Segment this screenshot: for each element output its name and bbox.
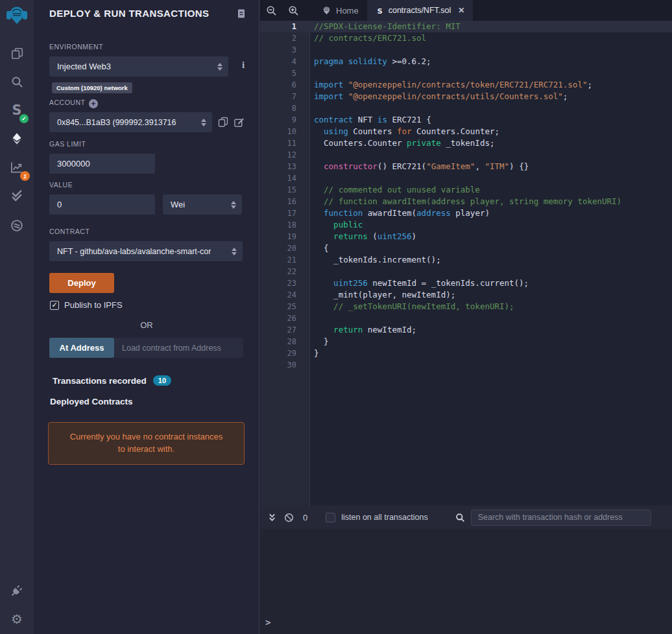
analytics-icon[interactable]: 1 <box>0 156 34 179</box>
code-line[interactable]: 14 <box>260 172 672 184</box>
remix-logo-icon[interactable] <box>5 4 29 29</box>
solidity-compiler-icon[interactable]: S ✓ <box>0 99 34 122</box>
code-text: returns (uint256) <box>310 231 416 242</box>
code-line[interactable]: 9contract NFT is ERC721 { <box>260 114 672 126</box>
plugin-manager-icon[interactable] <box>0 579 34 602</box>
code-text <box>310 102 314 114</box>
terminal-search-input[interactable]: Search with transaction hash or address <box>471 510 651 526</box>
panel-title: DEPLOY & RUN TRANSACTIONS <box>49 8 209 19</box>
settings-icon[interactable]: ⚙ <box>0 607 34 631</box>
at-address-placeholder: Load contract from Address <box>122 344 221 353</box>
code-line[interactable]: 26 <box>260 312 672 324</box>
code-text: // _setTokenURI(newItemId, tokenURI); <box>310 301 514 312</box>
account-label: ACCOUNT <box>49 99 85 106</box>
environment-info-icon[interactable]: i <box>239 60 248 71</box>
terminal-search-placeholder: Search with transaction hash or address <box>478 513 623 522</box>
code-text <box>310 359 314 371</box>
listen-transactions-checkbox[interactable] <box>326 513 335 522</box>
account-select[interactable]: 0x845...B1aB3 (999992.3913716 <box>49 112 212 132</box>
code-line[interactable]: 22 <box>260 266 672 277</box>
code-line[interactable]: 29} <box>260 347 672 359</box>
unit-testing-icon[interactable] <box>0 184 34 207</box>
code-line[interactable]: 28 } <box>260 336 672 347</box>
line-number: 21 <box>260 254 310 266</box>
line-number: 27 <box>260 324 310 336</box>
value-label: VALUE <box>49 181 73 189</box>
code-line[interactable]: 16 // function awardItem(address player,… <box>260 196 672 207</box>
terminal-prompt[interactable]: > <box>265 617 270 628</box>
tab-nft-sol[interactable]: S contracts/NFT.sol ✕ <box>367 0 474 21</box>
contract-select[interactable]: NFT - github/ava-labs/avalanche-smart-co… <box>49 241 243 261</box>
tab-home-label: Home <box>336 6 359 16</box>
line-number: 26 <box>260 312 310 324</box>
environment-select[interactable]: Injected Web3 <box>49 56 228 76</box>
code-area[interactable]: 1//SPDX-License-Identifier: MIT2// contr… <box>260 21 672 506</box>
value-unit: Wei <box>171 200 185 209</box>
code-text: // commented out unused variable <box>310 184 480 196</box>
search-icon[interactable] <box>0 70 34 93</box>
file-explorer-icon[interactable] <box>0 41 34 65</box>
code-line[interactable]: 12 <box>260 149 672 161</box>
pending-tx-count: 0 <box>303 513 307 522</box>
code-line[interactable]: 11 Counters.Counter private _tokenIds; <box>260 137 672 149</box>
gas-limit-input[interactable]: 3000000 <box>49 154 155 174</box>
add-account-icon[interactable]: + <box>89 99 98 108</box>
close-tab-icon[interactable]: ✕ <box>458 6 464 15</box>
code-line[interactable]: 15 // commented out unused variable <box>260 184 672 196</box>
deploy-button[interactable]: Deploy <box>49 273 114 293</box>
code-line[interactable]: 20 { <box>260 242 672 254</box>
code-text: contract NFT is ERC721 { <box>310 114 431 126</box>
transactions-recorded-label: Transactions recorded <box>53 376 147 386</box>
value-unit-select[interactable]: Wei <box>163 194 242 215</box>
debugger-icon[interactable] <box>0 214 34 237</box>
transactions-recorded-row[interactable]: Transactions recorded 10 <box>53 375 171 386</box>
value-input[interactable]: 0 <box>49 194 155 215</box>
code-line[interactable]: 3 <box>260 44 672 56</box>
clear-console-icon[interactable] <box>284 513 294 522</box>
line-number: 7 <box>260 91 310 102</box>
code-line[interactable]: 1//SPDX-License-Identifier: MIT <box>260 21 672 32</box>
transactions-count-badge: 10 <box>153 375 171 386</box>
code-text <box>310 44 314 56</box>
documentation-icon[interactable] <box>236 8 246 21</box>
code-line[interactable]: 6import "@openzeppelin/contracts/token/E… <box>260 79 672 91</box>
code-text: _tokenIds.increment(); <box>310 254 441 266</box>
code-line[interactable]: 30 <box>260 359 672 371</box>
code-line[interactable]: 27 return newItemId; <box>260 324 672 336</box>
code-line[interactable]: 4pragma solidity >=0.6.2; <box>260 56 672 67</box>
svg-text:S: S <box>377 6 382 15</box>
code-line[interactable]: 25 // _setTokenURI(newItemId, tokenURI); <box>260 301 672 312</box>
value-amount: 0 <box>57 200 62 209</box>
code-line[interactable]: 8 <box>260 102 672 114</box>
zoom-out-icon[interactable] <box>260 0 282 21</box>
code-line[interactable]: 5 <box>260 67 672 79</box>
code-text: constructor() ERC721("GameItem", "ITM") … <box>310 161 529 172</box>
code-line[interactable]: 2// contracts/ERC721.sol <box>260 32 672 44</box>
code-line[interactable]: 17 function awardItem(address player) <box>260 207 672 219</box>
zoom-in-icon[interactable] <box>282 0 304 21</box>
code-text: // contracts/ERC721.sol <box>310 32 426 44</box>
code-line[interactable]: 10 using Counters for Counters.Counter; <box>260 126 672 137</box>
line-number: 28 <box>260 336 310 347</box>
at-address-button[interactable]: At Address <box>49 338 114 358</box>
line-number: 12 <box>260 149 310 161</box>
code-line[interactable]: 7import "@openzeppelin/contracts/utils/C… <box>260 91 672 102</box>
code-line[interactable]: 13 constructor() ERC721("GameItem", "ITM… <box>260 161 672 172</box>
tab-home[interactable]: Home <box>313 0 367 21</box>
publish-ipfs-checkbox[interactable]: ✓ <box>50 301 59 310</box>
code-line[interactable]: 24 _mint(player, newItemId); <box>260 289 672 301</box>
at-address-input[interactable]: Load contract from Address <box>114 338 243 358</box>
code-line[interactable]: 21 _tokenIds.increment(); <box>260 254 672 266</box>
deploy-and-run-icon[interactable] <box>0 127 34 150</box>
collapse-terminal-icon[interactable] <box>268 513 276 522</box>
code-line[interactable]: 18 public <box>260 219 672 231</box>
code-text: public <box>310 219 363 231</box>
contract-value: NFT - github/ava-labs/avalanche-smart-co… <box>57 247 211 256</box>
edit-account-icon[interactable] <box>234 117 245 130</box>
code-text: import "@openzeppelin/contracts/token/ER… <box>310 79 592 91</box>
code-text <box>310 67 314 79</box>
code-line[interactable]: 19 returns (uint256) <box>260 231 672 242</box>
code-line[interactable]: 23 uint256 newItemId = _tokenIds.current… <box>260 277 672 289</box>
copy-account-icon[interactable] <box>218 117 228 130</box>
publish-ipfs-row: ✓ Publish to IPFS <box>50 300 123 310</box>
